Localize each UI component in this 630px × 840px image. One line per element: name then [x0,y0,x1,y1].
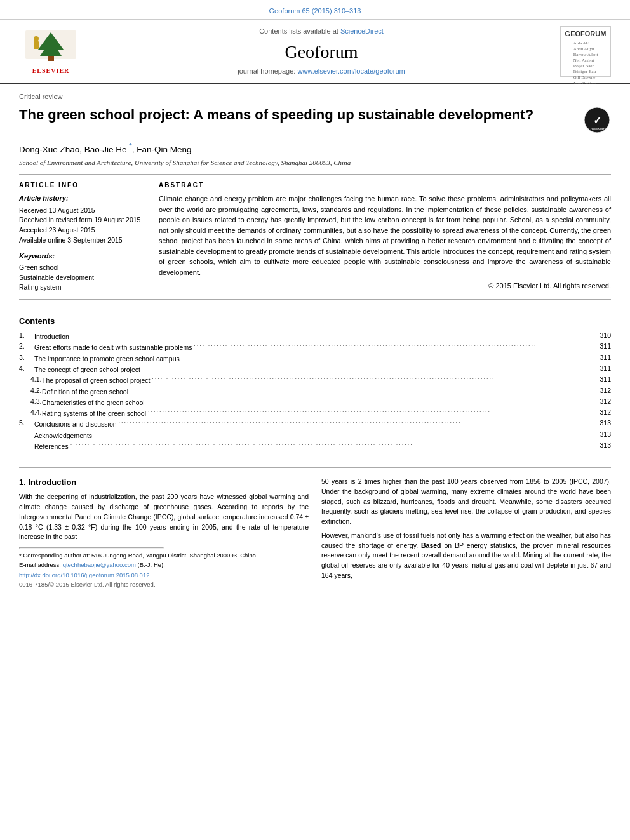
toc-label: Introduction ···························… [34,331,592,341]
toc-item: 4. The concept of green school project ·… [19,364,611,374]
toc-sub-num: 4.1. [19,375,42,385]
toc-num: 3. [19,353,34,363]
toc-sub-num: 4.2. [19,386,42,396]
main-col-right: 50 years is 2 times higher than the past… [321,477,611,589]
main-content: 1. Introduction With the deepening of in… [19,477,611,589]
toc-item: 5. Conclusions and discussion ··········… [19,418,611,429]
article-history-label: Article history: [19,194,146,203]
toc-num: 4. [19,364,34,374]
affiliation: School of Environment and Architecture, … [19,158,611,168]
toc-page: 311 [592,364,611,374]
copyright-line: © 2015 Elsevier Ltd. All rights reserved… [159,281,611,291]
right-para1: 50 years is 2 times higher than the past… [321,477,611,527]
toc-item: 3. The importance to promote green schoo… [19,353,611,363]
article-info-label: ARTICLE INFO [19,181,146,190]
sciencedirect-link[interactable]: ScienceDirect [340,27,384,35]
toc-page: 311 [592,342,611,352]
journal-homepage: journal homepage: www.elsevier.com/locat… [89,67,554,76]
revised-date: Received in revised form 19 August 2015 [19,215,146,225]
toc-page: 311 [592,353,611,363]
elsevier-logo-area: ELSEVIER [13,27,89,76]
toc-item: 4.2. Definition of the green school ····… [19,386,611,396]
toc-page: 310 [592,331,611,341]
article-title: The green school project: A means of spe… [19,106,573,124]
keyword-2: Sustainable development [19,273,146,283]
journal-name: Geoforum [89,39,554,64]
authors: Dong-Xue Zhao, Bao-Jie He *, Fan-Qin Men… [19,142,611,156]
toc-label: Characteristics of the green school ····… [42,397,592,407]
toc-page: 312 [592,397,611,407]
toc-label: The concept of green school project ····… [34,364,592,374]
contents-title: Contents [19,316,611,327]
doi-link[interactable]: http://dx.doi.org/10.1016/j.geoforum.201… [19,571,149,578]
doi-link[interactable]: http://dx.doi.org/10.1016/j.geoforum.201… [19,571,309,579]
abstract-text: Climate change and energy problem are ma… [159,194,611,277]
toc-item: 4.4. Rating systems of the green school … [19,408,611,418]
journal-header: ELSEVIER Contents lists available at Sci… [0,20,630,84]
toc-item: Acknowledgements ·······················… [19,430,611,440]
available-date: Available online 3 September 2015 [19,236,146,245]
journal-logo-right: GEOFORUM Aida Akl Abdu Aliyu Barrow Allo… [554,26,617,77]
toc-sub-num: 4.3. [19,397,42,407]
based-text: Based [421,542,441,549]
keyword-3: Rating system [19,283,146,292]
abstract-col: ABSTRACT Climate change and energy probl… [159,181,611,293]
toc-item: References ·····························… [19,441,611,451]
geoforum-logo-lines: Aida Akl Abdu Aliyu Barrow Allott Neil A… [573,41,598,87]
footnote-divider [19,547,164,549]
toc-num: 5. [19,418,34,429]
article-type: Critical review [19,92,611,102]
svg-text:✓: ✓ [593,115,601,126]
toc-item: 2. Great efforts made to dealt with sust… [19,342,611,352]
article-body: Critical review The green school project… [0,84,630,601]
main-col-left: 1. Introduction With the deepening of in… [19,477,309,589]
accepted-date: Accepted 23 August 2015 [19,225,146,235]
page: Geoforum 65 (2015) 310–313 ELSEVIER Cont… [0,0,630,840]
keywords-label: Keywords: [19,251,146,261]
toc-item: 4.1. The proposal of green school projec… [19,375,611,385]
footnote-email: E-mail address: qtechhebaojie@yahoo.com … [19,561,309,569]
toc-page: 313 [592,418,611,429]
article-title-row: The green school project: A means of spe… [19,106,611,134]
sciencedirect-line: Contents lists available at ScienceDirec… [89,27,554,36]
article-info-abstract: ARTICLE INFO Article history: Received 1… [19,181,611,293]
toc-num: 1. [19,331,34,341]
elsevier-tree-icon [22,27,79,65]
journal-top-bar: Geoforum 65 (2015) 310–313 [0,0,630,20]
toc-label: Great efforts made to dealt with sustain… [34,342,592,352]
toc-label: Acknowledgements ·······················… [34,430,592,440]
toc-label: Definition of the green school ·········… [42,386,592,396]
journal-homepage-link[interactable]: www.elsevier.com/locate/geoforum [297,67,405,75]
svg-text:CrossMark: CrossMark [587,127,607,131]
toc-num [19,430,34,440]
toc-page: 312 [592,408,611,418]
divider-after-abstract [19,299,611,300]
toc-page: 313 [592,441,611,451]
right-para2: However, mankind's use of fossil fuels n… [321,531,611,581]
svg-point-4 [34,36,39,41]
toc-label: The proposal of green school project ···… [42,375,592,385]
intro-heading: 1. Introduction [19,477,309,488]
svg-rect-3 [48,56,54,61]
toc-label: References ·····························… [34,441,592,451]
abstract-label: ABSTRACT [159,181,611,190]
toc-item: 4.3. Characteristics of the green school… [19,397,611,407]
geoforum-logo-title: GEOFORUM [565,29,607,39]
article-info-col: ARTICLE INFO Article history: Received 1… [19,181,146,293]
crossmark-icon: ✓ CrossMark [583,106,611,134]
toc-sub-num: 4.4. [19,408,42,418]
toc-page: 313 [592,430,611,440]
divider-after-affiliation [19,174,611,175]
issn-line: 0016-7185/© 2015 Elsevier Ltd. All right… [19,580,309,589]
toc-list: 1. Introduction ························… [19,331,611,451]
elsevier-brand-text: ELSEVIER [32,67,70,76]
toc-label: The importance to promote green school c… [34,353,592,363]
journal-header-center: Contents lists available at ScienceDirec… [89,27,554,76]
footnote-email-link[interactable]: qtechhebaojie@yahoo.com [63,561,136,568]
divider-after-contents [19,467,611,468]
toc-label: Conclusions and discussion ·············… [34,418,592,429]
received-date: Received 13 August 2015 [19,206,146,215]
footnote-corresponding: * Corresponding author at: 516 Jungong R… [19,551,309,559]
toc-num: 2. [19,342,34,352]
intro-para1: With the deepening of industrialization,… [19,492,309,542]
